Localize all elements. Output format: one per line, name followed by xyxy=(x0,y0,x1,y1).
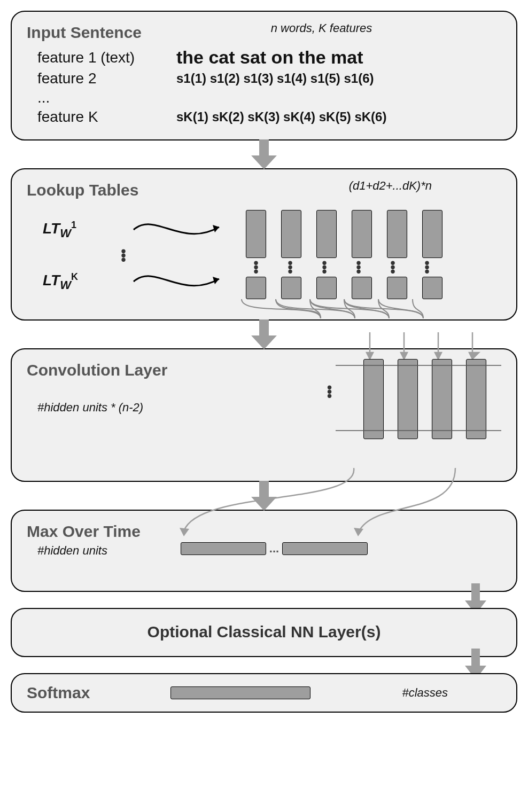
input-sentence-block: Input Sentence n words, K features featu… xyxy=(11,11,517,140)
svg-marker-3 xyxy=(251,319,277,349)
feature-K-values: sK(1) sK(2) sK(3) sK(4) sK(5) sK(6) xyxy=(176,110,386,124)
max-ellipsis: ... xyxy=(266,542,282,556)
svg-marker-5 xyxy=(367,353,373,359)
conv-columns: ••• xyxy=(342,359,486,439)
softmax-block: Softmax #classes xyxy=(11,673,517,713)
squiggle-arrow-icon xyxy=(128,216,235,243)
svg-marker-0 xyxy=(251,139,277,169)
feature-2-label: feature 2 xyxy=(27,70,176,87)
lookup-caption: (d1+d2+...dK)*n xyxy=(138,179,501,202)
max-over-time-block: Max Over Time #hidden units ... xyxy=(11,510,517,592)
input-caption: n words, K features xyxy=(142,21,501,45)
max-title: Max Over Time xyxy=(27,522,501,541)
max-output-bar xyxy=(282,542,368,555)
optional-title: Optional Classical NN Layer(s) xyxy=(27,623,501,641)
svg-marker-2 xyxy=(213,277,219,284)
feature-ellipsis-label: ... xyxy=(27,89,176,106)
svg-marker-9 xyxy=(435,353,441,359)
convolution-block: Convolution Layer ••• #hidden units * (n… xyxy=(11,348,517,482)
feature-2-values: s1(1) s1(2) s1(3) s1(4) s1(5) s1(6) xyxy=(176,71,374,86)
feature-1-text: the cat sat on the mat xyxy=(176,47,363,68)
lookup-tables-block: Lookup Tables (d1+d2+...dK)*n LTW1 ••• L… xyxy=(11,168,517,321)
embedding-columns: ••• ••• ••• ••• ••• ••• xyxy=(240,210,442,299)
svg-marker-1 xyxy=(213,225,219,232)
lookup-title: Lookup Tables xyxy=(27,181,138,199)
svg-marker-7 xyxy=(401,353,407,359)
lt-w1-label: LTW1 xyxy=(27,220,128,240)
max-output-bar xyxy=(181,542,266,555)
input-title: Input Sentence xyxy=(27,24,142,42)
arrow-conv-to-max xyxy=(11,481,517,511)
optional-nn-block: Optional Classical NN Layer(s) xyxy=(11,608,517,657)
squiggle-arrow-icon xyxy=(128,268,235,295)
feature-K-label: feature K xyxy=(27,108,176,126)
softmax-bar xyxy=(170,686,310,699)
lt-wK-label: LTWK xyxy=(27,271,128,292)
softmax-title: Softmax xyxy=(27,684,90,702)
svg-marker-11 xyxy=(469,353,479,359)
arrow-lookup-to-conv xyxy=(11,319,517,349)
feature-1-label: feature 1 (text) xyxy=(27,49,176,66)
arrow-input-to-lookup xyxy=(11,139,517,169)
softmax-note: #classes xyxy=(391,686,501,700)
svg-marker-14 xyxy=(251,481,277,511)
